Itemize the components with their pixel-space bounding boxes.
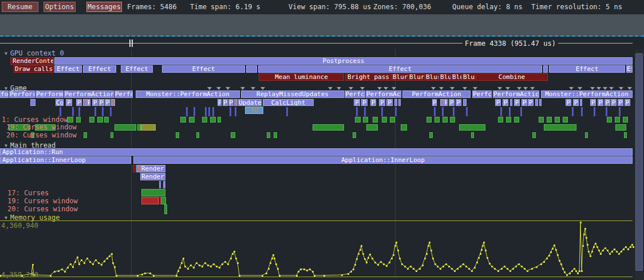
zone-p[interactable]: 7P xyxy=(83,99,90,106)
zone-g[interactable] xyxy=(189,117,195,123)
zone-performaction[interactable]: PerformAction xyxy=(402,90,471,98)
section-header-gpu[interactable]: ▼GPU context 0 xyxy=(5,49,64,57)
marker-triangle-icon[interactable] xyxy=(473,87,477,90)
zone-p[interactable]: P xyxy=(66,99,72,106)
zone-p[interactable] xyxy=(30,99,35,106)
section-header-memory[interactable]: ▼Memory usage xyxy=(5,214,60,222)
zone-p[interactable] xyxy=(539,99,542,106)
zone-p[interactable]: P xyxy=(218,99,222,106)
marker-triangle-icon[interactable] xyxy=(609,87,614,90)
zone-g[interactable] xyxy=(218,117,221,123)
zone-p[interactable] xyxy=(535,99,538,106)
zone-g[interactable] xyxy=(544,124,576,131)
zone-effect[interactable]: Effect xyxy=(549,65,625,73)
zone-g[interactable] xyxy=(471,132,474,138)
zone-g[interactable] xyxy=(84,132,87,138)
zone-p[interactable]: P xyxy=(92,99,98,106)
zone-blu[interactable]: Blu xyxy=(452,73,462,81)
zone-p[interactable] xyxy=(580,99,582,106)
zone-br[interactable] xyxy=(141,197,159,204)
zone-g[interactable] xyxy=(434,117,440,123)
zone-blu[interactable]: Blu xyxy=(440,73,451,81)
resume-button[interactable]: Resume xyxy=(2,2,38,12)
zone-p[interactable]: P xyxy=(611,99,617,106)
zone-bright-pass[interactable]: Bright pass xyxy=(345,73,392,81)
zone-g[interactable] xyxy=(176,132,179,138)
marker-triangle-icon[interactable] xyxy=(463,87,467,90)
zone-blur[interactable]: Blur xyxy=(409,73,425,81)
zone-g[interactable] xyxy=(585,132,588,138)
marker-triangle-icon[interactable] xyxy=(603,87,607,90)
zone-o[interactable] xyxy=(141,124,156,131)
zone-p[interactable]: P xyxy=(528,99,534,106)
zone-mean-luminance[interactable]: Mean luminance xyxy=(259,73,344,81)
marker-triangle-icon[interactable] xyxy=(349,87,353,90)
frames-overview-strip[interactable] xyxy=(0,14,644,37)
zone-p[interactable]: P xyxy=(573,99,579,106)
zone-g[interactable] xyxy=(114,124,136,131)
zone-p[interactable] xyxy=(510,99,512,106)
zone-render[interactable]: Render xyxy=(140,173,165,180)
zone-p[interactable]: P xyxy=(618,99,623,106)
zone-effect[interactable]: Effect xyxy=(162,65,245,73)
marker-triangle-icon[interactable] xyxy=(240,87,245,90)
zone-blur[interactable]: Blur xyxy=(425,73,439,81)
zone-effect[interactable]: Effect xyxy=(121,65,153,73)
marker-triangle-icon[interactable] xyxy=(207,87,212,90)
zone-postprocess[interactable]: Postprocess xyxy=(54,57,633,65)
zone-g[interactable] xyxy=(450,117,455,123)
marker-triangle-icon[interactable] xyxy=(360,87,365,90)
marker-triangle-icon[interactable] xyxy=(596,87,601,90)
marker-triangle-icon[interactable] xyxy=(569,87,574,90)
marker-triangle-icon[interactable] xyxy=(505,87,510,90)
collapse-arrow-icon[interactable]: ▼ xyxy=(5,143,7,148)
zone-p[interactable]: P xyxy=(386,99,393,106)
zone-g[interactable] xyxy=(498,117,503,123)
zone-performactio[interactable]: PerformActio xyxy=(366,90,401,98)
zone-p[interactable] xyxy=(543,65,548,73)
zone-g[interactable] xyxy=(624,132,627,138)
marker-triangle-icon[interactable] xyxy=(627,87,632,90)
zone-g[interactable] xyxy=(563,117,568,123)
zone-g[interactable] xyxy=(373,117,378,123)
zone-g[interactable] xyxy=(355,117,361,123)
zone-g[interactable] xyxy=(267,132,270,138)
memory-plot[interactable] xyxy=(0,220,644,280)
zone-application-run[interactable]: Application::Run xyxy=(0,148,633,156)
zone-g[interactable] xyxy=(615,117,620,123)
collapse-arrow-icon[interactable]: ▼ xyxy=(5,51,7,56)
zone-g[interactable] xyxy=(353,132,356,138)
marker-triangle-icon[interactable] xyxy=(590,87,595,90)
zone-g[interactable] xyxy=(506,117,511,123)
zone-p[interactable]: P xyxy=(456,99,461,106)
zone-monster-performaction[interactable]: Monster::PerformAction xyxy=(541,90,633,98)
zone-g[interactable] xyxy=(110,132,113,138)
messages-button[interactable]: Messages xyxy=(86,2,122,12)
zone-p[interactable]: P xyxy=(76,99,82,106)
zone-g[interactable] xyxy=(104,117,109,123)
zone-combine[interactable]: Combine xyxy=(476,73,548,81)
zone-b[interactable]: 50 xyxy=(245,107,263,114)
zone-p[interactable]: P xyxy=(598,99,603,106)
marker-triangle-icon[interactable] xyxy=(619,87,623,90)
zone-g[interactable] xyxy=(547,117,552,123)
zone-g[interactable] xyxy=(97,117,103,123)
zone-g[interactable] xyxy=(196,132,199,138)
zone-g[interactable] xyxy=(202,117,207,123)
zone-g[interactable] xyxy=(89,117,94,123)
zone-blur[interactable]: Blur xyxy=(392,73,408,81)
zone-g[interactable] xyxy=(164,204,167,214)
zone-p[interactable]: P xyxy=(379,99,385,106)
zone-g[interactable] xyxy=(180,117,186,123)
zone-p[interactable]: P xyxy=(521,99,527,106)
marker-triangle-icon[interactable] xyxy=(384,87,388,90)
zone-update[interactable]: Update xyxy=(238,99,262,106)
zone-g[interactable] xyxy=(426,117,432,123)
zone-g[interactable] xyxy=(141,189,165,196)
zone-fo[interactable]: fo xyxy=(0,90,9,98)
zone-g[interactable] xyxy=(429,132,433,138)
collapse-arrow-icon[interactable]: ▼ xyxy=(5,215,7,220)
zone-perfoi[interactable]: Perfoi xyxy=(114,90,133,98)
marker-triangle-icon[interactable] xyxy=(578,87,582,90)
marker-triangle-icon[interactable] xyxy=(431,87,436,90)
